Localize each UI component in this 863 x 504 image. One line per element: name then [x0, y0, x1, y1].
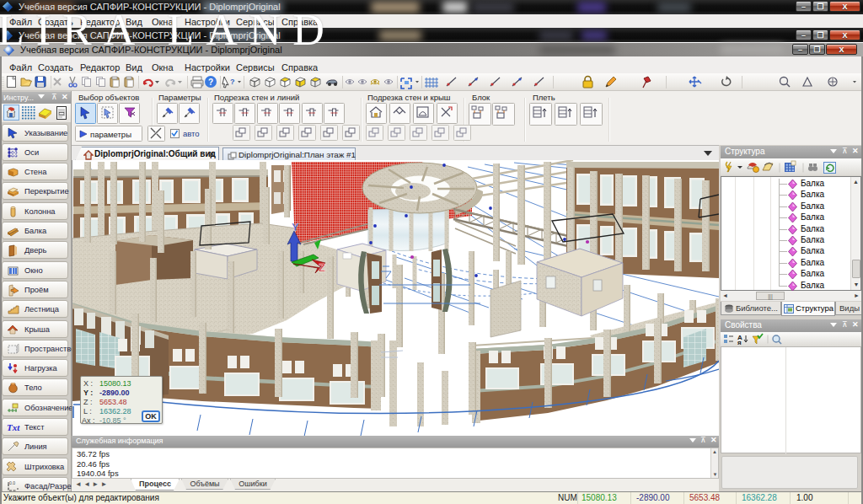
svg-text:?: ?	[230, 78, 235, 86]
svg-text:Блок: Блок	[472, 93, 490, 102]
svg-text:?: ?	[208, 78, 213, 87]
svg-text:Плеть: Плеть	[533, 93, 555, 102]
svg-text:авто: авто	[183, 129, 200, 138]
svg-text:Txt: Txt	[7, 422, 20, 432]
svg-text:Подрезка стен и крыш: Подрезка стен и крыш	[367, 93, 450, 102]
svg-text:я: я	[737, 339, 742, 346]
svg-text:Y: Y	[292, 221, 299, 233]
svg-text:Параметры: Параметры	[158, 93, 201, 102]
svg-text:Z: Z	[319, 261, 325, 274]
svg-text:Выбор объектов: Выбор объектов	[78, 93, 139, 102]
svg-text:параметры: параметры	[90, 130, 131, 139]
svg-text:Подрезка стен и линий: Подрезка стен и линий	[214, 93, 299, 102]
svg-text:0.0: 0.0	[9, 480, 15, 485]
